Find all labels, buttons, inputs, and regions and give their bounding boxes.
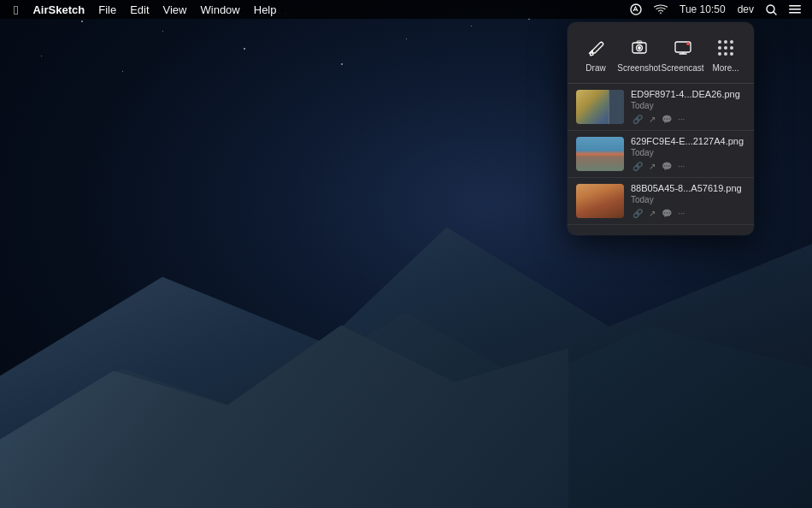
file-actions-2: 🔗 ↗ 💬 ··· bbox=[631, 161, 745, 172]
airsketch-icon bbox=[630, 3, 642, 15]
screencast-label: Screencast bbox=[662, 63, 704, 73]
share-action-1[interactable]: ↗ bbox=[647, 114, 657, 125]
svg-point-12 bbox=[686, 42, 690, 45]
more-label: More... bbox=[712, 63, 738, 73]
apple-menu[interactable]:  bbox=[7, 0, 25, 19]
window-menu[interactable]: Window bbox=[195, 0, 246, 19]
screencast-icon bbox=[671, 36, 695, 60]
menubar-right: Tue 10:50 dev bbox=[626, 3, 805, 15]
file-info-3: 88B05A45-8...A57619.png Today 🔗 ↗ 💬 ··· bbox=[631, 183, 745, 219]
view-menu[interactable]: View bbox=[157, 0, 193, 19]
comment-action-1[interactable]: 💬 bbox=[660, 114, 674, 125]
file-date-3: Today bbox=[631, 195, 745, 204]
svg-rect-6 bbox=[789, 12, 801, 14]
airsketch-popup: Draw Screenshot bbox=[568, 22, 754, 235]
draw-button[interactable]: Draw bbox=[574, 32, 617, 76]
search-icon bbox=[766, 4, 777, 15]
link-action-2[interactable]: 🔗 bbox=[631, 161, 644, 172]
draw-label: Draw bbox=[585, 63, 605, 73]
dev-badge: dev bbox=[733, 3, 758, 15]
draw-icon bbox=[584, 36, 608, 60]
file-info-1: ED9F8971-4...DEA26.png Today 🔗 ↗ 💬 ··· bbox=[631, 89, 745, 125]
list-icon bbox=[789, 4, 801, 15]
comment-action-2[interactable]: 💬 bbox=[660, 161, 674, 172]
link-action-1[interactable]: 🔗 bbox=[631, 114, 644, 125]
help-menu[interactable]: Help bbox=[248, 0, 283, 19]
screenshot-button[interactable]: Screenshot bbox=[617, 32, 661, 76]
spotlight-icon[interactable] bbox=[762, 4, 781, 15]
wifi-symbol bbox=[654, 4, 668, 15]
svg-point-9 bbox=[638, 47, 639, 49]
more-button[interactable]: More... bbox=[704, 32, 747, 76]
file-item-3[interactable]: 88B05A45-8...A57619.png Today 🔗 ↗ 💬 ··· bbox=[568, 178, 754, 225]
screenshot-label: Screenshot bbox=[617, 63, 661, 73]
file-thumb-3 bbox=[576, 184, 624, 218]
airsketch-menubar-icon[interactable] bbox=[626, 3, 646, 15]
more-icon bbox=[714, 36, 738, 60]
file-name-3: 88B05A45-8...A57619.png bbox=[631, 183, 745, 193]
menubar-time: Tue 10:50 bbox=[675, 3, 730, 15]
file-thumb-1 bbox=[576, 90, 624, 124]
file-date-2: Today bbox=[631, 148, 745, 157]
svg-line-3 bbox=[774, 12, 776, 15]
svg-rect-10 bbox=[637, 41, 642, 43]
more-action-1[interactable]: ··· bbox=[676, 114, 686, 125]
edit-menu[interactable]: Edit bbox=[124, 0, 155, 19]
file-name-2: 629FC9E4-E...2127A4.png bbox=[631, 136, 745, 146]
app-name-menu[interactable]: AirSketch bbox=[26, 0, 91, 19]
screencast-button[interactable]: Screencast bbox=[661, 32, 704, 76]
more-action-3[interactable]: ··· bbox=[676, 208, 686, 219]
control-center-icon[interactable] bbox=[785, 4, 805, 15]
link-action-3[interactable]: 🔗 bbox=[631, 208, 644, 219]
file-name-1: ED9F8971-4...DEA26.png bbox=[631, 89, 745, 99]
screenshot-icon bbox=[627, 36, 651, 60]
file-actions-1: 🔗 ↗ 💬 ··· bbox=[631, 114, 745, 125]
share-action-2[interactable]: ↗ bbox=[647, 161, 657, 172]
more-action-2[interactable]: ··· bbox=[676, 161, 686, 172]
file-thumb-2 bbox=[576, 137, 624, 171]
menubar:  AirSketch File Edit View Window Help T bbox=[0, 0, 812, 19]
menubar-left:  AirSketch File Edit View Window Help bbox=[7, 0, 283, 19]
file-list: ED9F8971-4...DEA26.png Today 🔗 ↗ 💬 ··· 6… bbox=[568, 84, 754, 225]
file-actions-3: 🔗 ↗ 💬 ··· bbox=[631, 208, 745, 219]
file-menu[interactable]: File bbox=[92, 0, 122, 19]
share-action-3[interactable]: ↗ bbox=[647, 208, 657, 219]
comment-action-3[interactable]: 💬 bbox=[660, 208, 674, 219]
svg-rect-4 bbox=[789, 5, 801, 7]
wifi-icon[interactable] bbox=[650, 4, 672, 15]
file-item-1[interactable]: ED9F8971-4...DEA26.png Today 🔗 ↗ 💬 ··· bbox=[568, 84, 754, 131]
file-date-1: Today bbox=[631, 101, 745, 110]
file-info-2: 629FC9E4-E...2127A4.png Today 🔗 ↗ 💬 ··· bbox=[631, 136, 745, 172]
svg-rect-5 bbox=[789, 9, 801, 10]
file-item-2[interactable]: 629FC9E4-E...2127A4.png Today 🔗 ↗ 💬 ··· bbox=[568, 131, 754, 178]
panel-toolbar: Draw Screenshot bbox=[568, 22, 754, 84]
